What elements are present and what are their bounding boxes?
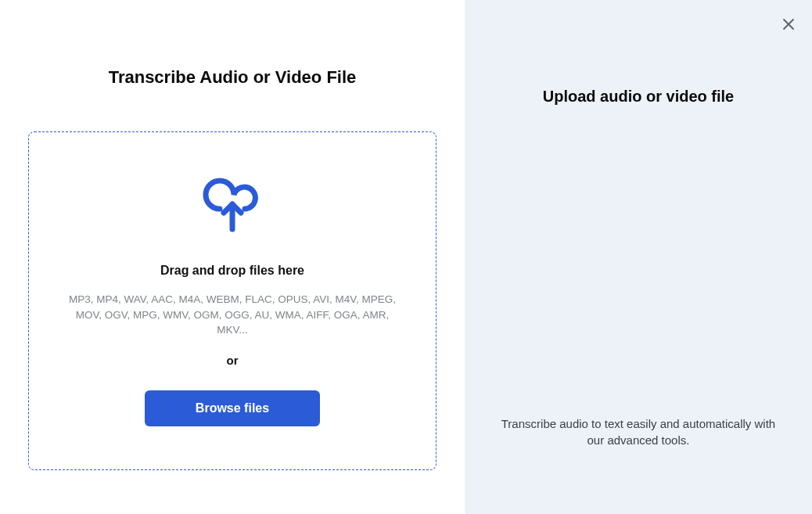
browse-files-button[interactable]: Browse files	[145, 390, 320, 426]
right-panel: Upload audio or video file Transcribe au…	[465, 0, 812, 514]
drag-drop-label: Drag and drop files here	[160, 264, 304, 278]
or-separator: or	[227, 354, 239, 367]
left-panel: Transcribe Audio or Video File Drag and …	[0, 0, 465, 514]
right-panel-title: Upload audio or video file	[543, 88, 734, 106]
page-title: Transcribe Audio or Video File	[109, 67, 357, 88]
upload-cloud-icon	[203, 176, 262, 237]
right-panel-description: Transcribe audio to text easily and auto…	[493, 415, 784, 448]
close-icon	[782, 18, 795, 33]
close-button[interactable]	[779, 16, 798, 34]
file-dropzone[interactable]: Drag and drop files here MP3, MP4, WAV, …	[28, 131, 437, 470]
supported-formats-text: MP3, MP4, WAV, AAC, M4A, WEBM, FLAC, OPU…	[60, 292, 404, 338]
